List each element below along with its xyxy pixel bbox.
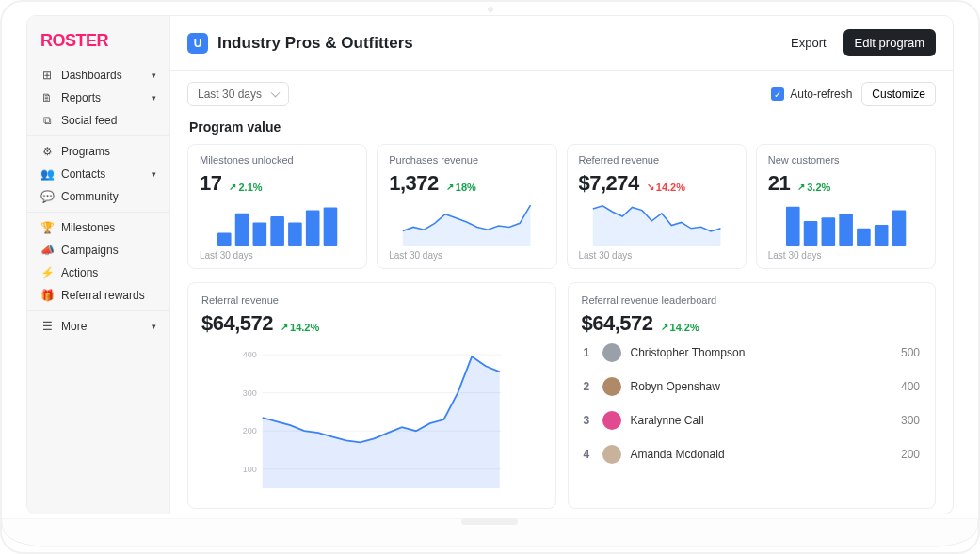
main: U Industry Pros & Outfitters Export Edit… <box>170 16 953 514</box>
svg-rect-7 <box>786 207 800 246</box>
leaderboard-name: Robyn Openshaw <box>631 380 892 393</box>
kpi-trend: ↗3.2% <box>797 182 830 193</box>
contacts-icon: 👥 <box>40 167 54 181</box>
content: Program value Milestones unlocked 17 ↗2.… <box>170 114 953 514</box>
svg-text:100: 100 <box>243 465 257 474</box>
sidebar-item-programs[interactable]: ⚙Programs <box>27 140 169 163</box>
camera-dot <box>488 7 493 12</box>
kpi-value: 17 <box>200 171 221 196</box>
referral-rewards-icon: 🎁 <box>40 289 54 302</box>
kpi-value: 21 <box>768 171 790 196</box>
kpi-trend: ↗18% <box>446 182 476 193</box>
date-range-select[interactable]: Last 30 days <box>187 82 289 106</box>
sidebar-item-label: Milestones <box>61 221 115 234</box>
sidebar-item-milestones[interactable]: 🏆Milestones <box>27 216 169 239</box>
referral-title: Referral revenue <box>201 294 542 306</box>
leaderboard-row[interactable]: 4 Amanda Mcdonald 200 <box>582 437 923 471</box>
leaderboard-score: 400 <box>901 380 920 393</box>
actions-icon: ⚡ <box>40 266 54 279</box>
arrow-up-icon: ↗ <box>661 322 668 332</box>
sidebar-item-label: Reports <box>61 91 101 104</box>
kpi-card-new-customers[interactable]: New customers 21 ↗3.2% Last 30 days <box>756 144 936 269</box>
svg-rect-1 <box>235 214 249 246</box>
svg-rect-22 <box>461 518 518 525</box>
arrow-up-icon: ↗ <box>797 182 805 192</box>
kpi-trend: ↘14.2% <box>647 182 685 193</box>
sidebar-item-community[interactable]: 💬Community <box>27 185 169 208</box>
svg-rect-0 <box>217 233 232 246</box>
leaderboard-title: Referral revenue leaderboard <box>582 294 923 306</box>
sidebar-item-contacts[interactable]: 👥Contacts▾ <box>27 163 169 185</box>
page-title: Industry Pros & Outfitters <box>217 34 774 53</box>
program-icon: U <box>187 33 208 54</box>
kpi-label: Milestones unlocked <box>200 154 355 166</box>
edit-program-button[interactable]: Edit program <box>843 29 936 56</box>
kpi-trend: ↗2.1% <box>229 182 262 193</box>
sidebar-item-label: Community <box>61 190 119 203</box>
sidebar-item-label: Social feed <box>61 114 117 127</box>
topbar: U Industry Pros & Outfitters Export Edit… <box>170 16 953 71</box>
auto-refresh-toggle[interactable]: ✓ Auto-refresh <box>771 87 852 101</box>
leaderboard-name: Karalynne Call <box>631 414 892 427</box>
rank: 4 <box>584 448 593 461</box>
avatar <box>602 377 621 396</box>
sidebar-item-label: Contacts <box>61 167 105 181</box>
logo: ROSTER <box>27 31 169 60</box>
avatar <box>602 411 621 430</box>
kpi-card-milestones-unlocked[interactable]: Milestones unlocked 17 ↗2.1% Last 30 day… <box>187 144 367 269</box>
svg-rect-3 <box>270 216 284 246</box>
svg-text:400: 400 <box>243 350 257 359</box>
sidebar-item-actions[interactable]: ⚡Actions <box>27 261 169 284</box>
kpi-footer: Last 30 days <box>200 250 355 261</box>
kpi-cards: Milestones unlocked 17 ↗2.1% Last 30 day… <box>187 144 936 269</box>
chevron-down-icon: ▾ <box>152 322 156 331</box>
auto-refresh-label: Auto-refresh <box>790 87 852 101</box>
referral-chart: 100200300400 <box>201 343 542 494</box>
leaderboard-card: Referral revenue leaderboard $64,572 ↗ 1… <box>568 282 937 509</box>
sidebar-item-label: Programs <box>61 145 110 158</box>
svg-rect-5 <box>306 211 320 246</box>
milestones-icon: 🏆 <box>40 221 54 234</box>
leaderboard-name: Amanda Mcdonald <box>631 448 892 461</box>
rank: 1 <box>584 346 593 359</box>
svg-rect-11 <box>857 229 871 246</box>
leaderboard-trend: ↗ 14.2% <box>661 322 699 333</box>
kpi-card-referred-revenue[interactable]: Referred revenue $7,274 ↘14.2% Last 30 d… <box>567 144 747 269</box>
svg-rect-8 <box>804 221 818 246</box>
more-icon: ☰ <box>40 320 54 333</box>
leaderboard-row[interactable]: 2 Robyn Openshaw 400 <box>582 370 923 404</box>
arrow-up-icon: ↗ <box>446 182 454 192</box>
customize-button[interactable]: Customize <box>861 82 936 106</box>
leaderboard-row[interactable]: 1 Christopher Thompson 500 <box>582 336 923 370</box>
kpi-footer: Last 30 days <box>389 250 544 261</box>
arrow-down-icon: ↘ <box>647 182 654 192</box>
sidebar-item-more[interactable]: ☰More▾ <box>27 315 169 338</box>
sidebar-item-referral-rewards[interactable]: 🎁Referral rewards <box>27 284 169 307</box>
sidebar-item-dashboards[interactable]: ⊞Dashboards▾ <box>27 64 169 87</box>
rank: 3 <box>584 414 593 427</box>
leaderboard-score: 500 <box>901 346 920 359</box>
leaderboard-row[interactable]: 3 Karalynne Call 300 <box>582 404 923 437</box>
leaderboard-value: $64,572 <box>582 311 653 336</box>
checkmark-icon: ✓ <box>771 87 784 101</box>
kpi-card-purchases-revenue[interactable]: Purchases revenue 1,372 ↗18% Last 30 day… <box>377 144 556 269</box>
svg-text:300: 300 <box>243 388 257 398</box>
sidebar-item-campaigns[interactable]: 📣Campaigns <box>27 239 169 261</box>
sidebar: ROSTER ⊞Dashboards▾🗎Reports▾⧉Social feed… <box>27 16 170 514</box>
avatar <box>602 343 621 362</box>
export-button[interactable]: Export <box>783 30 834 55</box>
arrow-up-icon: ↗ <box>229 182 236 192</box>
sidebar-item-label: Dashboards <box>61 69 122 82</box>
chevron-down-icon: ▾ <box>152 71 156 80</box>
avatar <box>602 445 621 464</box>
community-icon: 💬 <box>40 190 54 203</box>
kpi-value: $7,274 <box>579 171 639 196</box>
leaderboard-score: 200 <box>901 448 920 461</box>
toolbar: Last 30 days ✓ Auto-refresh Customize <box>170 71 953 114</box>
sidebar-item-reports[interactable]: 🗎Reports▾ <box>27 87 169 109</box>
sidebar-item-social-feed[interactable]: ⧉Social feed <box>27 109 169 132</box>
sidebar-item-label: Campaigns <box>61 244 119 257</box>
chevron-down-icon: ▾ <box>152 169 156 179</box>
dashboards-icon: ⊞ <box>40 69 54 82</box>
arrow-up-icon: ↗ <box>281 322 288 332</box>
